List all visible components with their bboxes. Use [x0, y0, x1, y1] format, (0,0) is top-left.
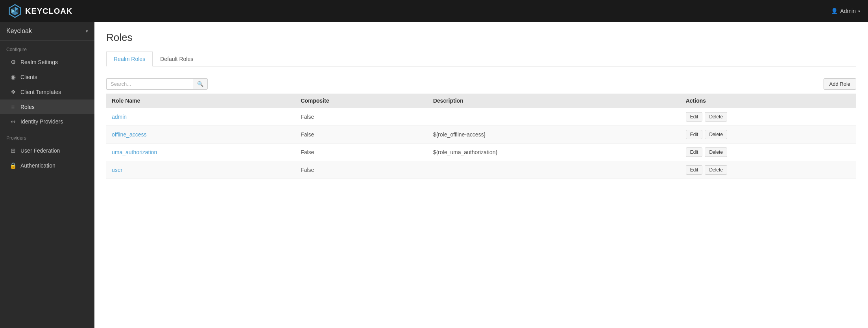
- page-title: Roles: [106, 31, 856, 44]
- roles-table: Role Name Composite Description Actions …: [106, 94, 856, 179]
- edit-button[interactable]: Edit: [686, 112, 703, 122]
- composite-cell: False: [295, 126, 427, 144]
- sidebar-item-authentication[interactable]: 🔒 Authentication: [0, 158, 94, 173]
- description-cell: ${role_offline-access}: [428, 126, 680, 144]
- clients-icon: ◉: [9, 74, 17, 81]
- keycloak-logo-icon: [8, 4, 22, 18]
- add-role-button[interactable]: Add Role: [824, 78, 856, 90]
- search-button[interactable]: 🔍: [193, 78, 208, 90]
- table-header-row: Role Name Composite Description Actions: [106, 94, 856, 108]
- actions-cell: EditDelete: [680, 126, 856, 144]
- table-row: offline_accessFalse${role_offline-access…: [106, 126, 856, 144]
- sidebar-item-label: Client Templates: [20, 89, 61, 95]
- roles-icon: ≡: [9, 103, 17, 110]
- col-role-name: Role Name: [106, 94, 295, 108]
- user-menu[interactable]: 👤 Admin ▾: [831, 8, 860, 14]
- realm-settings-icon: ⚙: [9, 59, 17, 66]
- sidebar-item-label: Identity Providers: [20, 118, 63, 125]
- actions-cell: EditDelete: [680, 108, 856, 126]
- description-cell: ${role_uma_authorization}: [428, 144, 680, 161]
- actions-cell: EditDelete: [680, 161, 856, 179]
- col-composite: Composite: [295, 94, 427, 108]
- identity-icon: ⇔: [9, 118, 17, 125]
- search-icon: 🔍: [197, 81, 203, 87]
- table-controls: 🔍 Add Role: [106, 74, 856, 94]
- table-row: adminFalseEditDelete: [106, 108, 856, 126]
- sidebar-item-label: Roles: [20, 104, 35, 110]
- realm-chevron-icon: ▾: [86, 29, 88, 34]
- realm-name: Keycloak: [6, 28, 32, 35]
- role-name-cell[interactable]: offline_access: [106, 126, 295, 144]
- search-input[interactable]: [106, 78, 193, 90]
- sidebar-section-configure: Configure ⚙ Realm Settings ◉ Clients ❖ C…: [0, 41, 94, 129]
- edit-button[interactable]: Edit: [686, 147, 703, 157]
- authentication-icon: 🔒: [9, 162, 17, 169]
- col-description: Description: [428, 94, 680, 108]
- sidebar: Keycloak ▾ Configure ⚙ Realm Settings ◉ …: [0, 22, 94, 328]
- table-row: uma_authorizationFalse${role_uma_authori…: [106, 144, 856, 161]
- actions-cell: EditDelete: [680, 144, 856, 161]
- section-providers-label: Providers: [0, 129, 94, 143]
- brand[interactable]: KEYCLOAK: [8, 4, 72, 18]
- table-row: userFalseEditDelete: [106, 161, 856, 179]
- main-content: Roles Realm Roles Default Roles 🔍 Add Ro…: [94, 22, 868, 328]
- sidebar-item-label: Realm Settings: [20, 59, 58, 65]
- composite-cell: False: [295, 161, 427, 179]
- realm-selector[interactable]: Keycloak ▾: [0, 22, 94, 41]
- brand-name: KEYCLOAK: [25, 7, 72, 16]
- sidebar-item-label: User Federation: [20, 147, 60, 154]
- delete-button[interactable]: Delete: [705, 112, 727, 122]
- role-name-cell[interactable]: uma_authorization: [106, 144, 295, 161]
- delete-button[interactable]: Delete: [705, 147, 727, 157]
- delete-button[interactable]: Delete: [705, 165, 727, 175]
- description-cell: [428, 108, 680, 126]
- user-federation-icon: ⊞: [9, 147, 17, 154]
- sidebar-item-realm-settings[interactable]: ⚙ Realm Settings: [0, 55, 94, 70]
- tabs-bar: Realm Roles Default Roles: [106, 52, 856, 66]
- tab-realm-roles[interactable]: Realm Roles: [106, 52, 153, 66]
- role-name-cell[interactable]: admin: [106, 108, 295, 126]
- sidebar-item-identity[interactable]: ⇔ Identity Providers: [0, 114, 94, 129]
- section-configure-label: Configure: [0, 41, 94, 55]
- user-chevron-icon: ▾: [858, 9, 860, 13]
- sidebar-item-user-federation[interactable]: ⊞ User Federation: [0, 143, 94, 158]
- sidebar-item-client-templates[interactable]: ❖ Client Templates: [0, 85, 94, 100]
- sidebar-item-label: Authentication: [20, 162, 55, 169]
- composite-cell: False: [295, 108, 427, 126]
- search-bar: 🔍: [106, 78, 208, 90]
- client-templates-icon: ❖: [9, 88, 17, 96]
- role-name-cell[interactable]: user: [106, 161, 295, 179]
- user-icon: 👤: [831, 8, 838, 14]
- delete-button[interactable]: Delete: [705, 130, 727, 139]
- col-actions: Actions: [680, 94, 856, 108]
- description-cell: [428, 161, 680, 179]
- sidebar-item-label: Clients: [20, 74, 37, 80]
- sidebar-item-clients[interactable]: ◉ Clients: [0, 70, 94, 85]
- edit-button[interactable]: Edit: [686, 165, 703, 175]
- user-label: Admin: [840, 8, 856, 14]
- composite-cell: False: [295, 144, 427, 161]
- edit-button[interactable]: Edit: [686, 130, 703, 139]
- tab-default-roles[interactable]: Default Roles: [153, 52, 201, 66]
- sidebar-item-roles[interactable]: ≡ Roles: [0, 100, 94, 114]
- top-navbar: KEYCLOAK 👤 Admin ▾: [0, 0, 868, 22]
- sidebar-section-providers: Providers ⊞ User Federation 🔒 Authentica…: [0, 129, 94, 173]
- app-layout: Keycloak ▾ Configure ⚙ Realm Settings ◉ …: [0, 22, 868, 328]
